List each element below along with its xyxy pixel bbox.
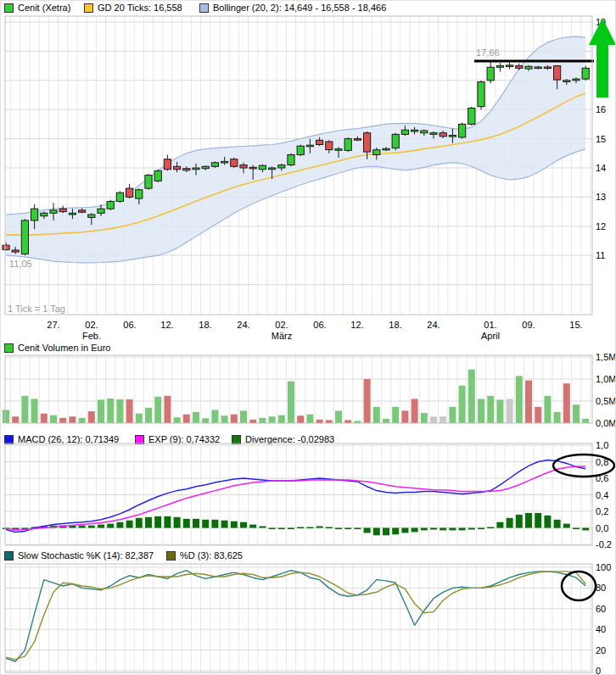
divergence-bar [126, 521, 133, 528]
x-tick-label: 06. [116, 320, 143, 330]
divergence-bar [145, 517, 152, 528]
candle [383, 148, 389, 150]
candle [344, 139, 351, 151]
legend-label-stochastic-d: %D (3): 83,625 [180, 550, 243, 561]
candle [297, 146, 304, 154]
candle [449, 136, 456, 137]
volume-bar [582, 419, 589, 423]
macd-chart[interactable]: 1,00,80,60,40,20,0-0,2 [1, 442, 616, 549]
legend-label-bollinger: Bollinger (20, 2): 14,649 - 16,558 - 18,… [213, 3, 386, 13]
stochastic-axis-label: 60 [596, 604, 606, 614]
x-month-label: Feb. [78, 331, 105, 341]
divergence-bar [183, 519, 190, 528]
volume-bar [449, 407, 456, 423]
x-axis-labels: 27.02.06.12.18.24.02.06.12.18.24.01.09.1… [1, 317, 616, 343]
price-axis-label: 11 [596, 250, 605, 260]
divergence-bar [288, 528, 294, 530]
divergence-bar [174, 517, 181, 528]
divergence-bar [401, 528, 408, 533]
legend-label-stochastic-k: Slow Stochastic %K (14): 82,387 [18, 550, 154, 561]
candle [582, 68, 589, 79]
volume-bar [440, 416, 446, 423]
volume-axis-label: 0,0M [596, 418, 616, 428]
candle [335, 149, 342, 151]
candle [440, 133, 446, 137]
candle [364, 133, 371, 152]
volume-bar [364, 379, 371, 423]
candle [288, 155, 294, 165]
divergence-bar [278, 528, 285, 530]
legend-item-stochastic-d: %D (3): 83,625 [166, 550, 243, 561]
x-tick-label: 24. [230, 320, 257, 330]
volume-bar [288, 382, 294, 423]
stochastic-axis-label: 0 [596, 666, 601, 675]
divergence-bar [259, 527, 266, 528]
legend-item-stochastic-k: Slow Stochastic %K (14): 82,387 [4, 550, 154, 561]
divergence-bar [544, 516, 551, 528]
candle [50, 210, 57, 213]
volume-bar [496, 399, 503, 423]
price-axis-label: 14 [596, 163, 606, 173]
x-tick-label: 12. [344, 320, 371, 330]
resistance-label: 17,66 [476, 47, 500, 58]
x-tick-label: 15. [563, 320, 590, 330]
volume-chart[interactable]: 1,5M1,0M0,5M0,0M [1, 352, 616, 433]
volume-bar [136, 414, 143, 423]
divergence-bar [535, 513, 541, 528]
candle [154, 170, 161, 181]
divergence-bar [421, 528, 428, 531]
volume-bar [21, 396, 28, 423]
macd-axis-label: -0,2 [596, 539, 612, 549]
price-chart[interactable]: 17,6611,051 Tick = 1 Tag1918171615141312… [1, 14, 616, 318]
volume-bar [335, 410, 342, 423]
candle [116, 192, 123, 201]
candle [269, 168, 276, 170]
legend-label-cenit: Cenit (Xetra) [18, 3, 70, 13]
candle [535, 67, 541, 69]
stochastic-axis-label: 40 [596, 624, 606, 634]
candle [373, 150, 380, 155]
divergence-bar [459, 528, 466, 531]
candle [306, 145, 313, 147]
candle [3, 245, 9, 249]
macd-grid [5, 445, 592, 544]
x-tick-label: 09. [515, 320, 542, 330]
price-axis-label: 12 [596, 221, 606, 232]
divergence-bar [563, 524, 570, 528]
divergence-bar [478, 528, 484, 530]
up-arrow-icon [589, 18, 616, 98]
volume-bar [69, 416, 76, 423]
volume-bar [563, 383, 570, 423]
divergence-bar [383, 528, 389, 536]
candle [174, 166, 181, 169]
volume-bar [306, 415, 313, 423]
stochastic-d-swatch-icon [166, 551, 176, 561]
candle [41, 213, 48, 215]
candle [326, 142, 333, 150]
legend-item-gd20: GD 20 Ticks: 16,558 [84, 3, 182, 13]
candle [573, 79, 580, 81]
gd20-series-swatch-icon [84, 3, 93, 13]
divergence-bar [240, 522, 247, 528]
volume-series-swatch-icon [4, 343, 14, 353]
volume-bar [88, 411, 95, 423]
volume-bar [231, 415, 238, 423]
divergence-bar [98, 525, 104, 528]
x-tick-label: 01. [477, 320, 504, 330]
divergence-bar [582, 528, 589, 531]
stochastic-axis-label: 100 [596, 562, 611, 572]
macd-axis-label: 0,2 [596, 506, 608, 516]
stochastic-chart[interactable]: 100806040200 [1, 561, 616, 675]
volume-bar [79, 418, 86, 423]
divergence-bar [136, 518, 143, 528]
candle [79, 210, 86, 212]
x-month-label: März [268, 331, 295, 341]
candle [259, 165, 266, 170]
volume-bar [478, 399, 484, 423]
candle [316, 140, 323, 144]
volume-bar [145, 408, 152, 423]
divergence-bar [306, 527, 313, 529]
volume-bar [240, 410, 247, 423]
volume-bar [392, 407, 399, 423]
divergence-bar [364, 528, 371, 533]
